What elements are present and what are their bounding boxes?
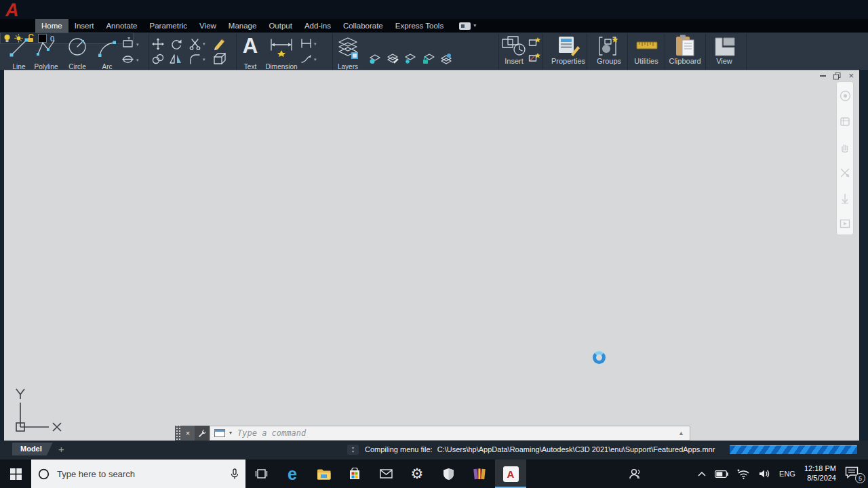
move-tool-icon[interactable] xyxy=(152,38,164,50)
dimension-style-icon[interactable] xyxy=(300,39,312,48)
insert-block-icon[interactable] xyxy=(501,35,527,57)
tab-home[interactable]: Home xyxy=(35,19,68,33)
ucs-icon xyxy=(9,385,66,436)
layer-match-tool-icon[interactable] xyxy=(387,53,399,64)
drawing-close-button[interactable]: × xyxy=(848,72,854,80)
tab-addins[interactable]: Add-ins xyxy=(298,19,337,33)
erase-tool-icon[interactable] xyxy=(213,37,226,51)
utilities-button-label: Utilities xyxy=(625,57,668,65)
tab-insert[interactable]: Insert xyxy=(68,19,100,33)
language-indicator[interactable]: ENG xyxy=(779,470,795,478)
ellipse-dropdown-caret-icon[interactable]: ▾ xyxy=(136,58,139,63)
arc-tool-icon[interactable] xyxy=(96,37,118,58)
taskbar-search-box[interactable] xyxy=(31,460,245,488)
autocad-app-logo-icon[interactable]: A xyxy=(5,0,19,20)
clock[interactable]: 12:18 PM 8/5/2024 xyxy=(804,464,836,483)
command-line-close-icon[interactable]: × xyxy=(181,426,195,441)
tab-express-tools[interactable]: Express Tools xyxy=(389,19,450,33)
layer-states-tool-icon[interactable] xyxy=(439,53,454,64)
ellipse-tool-icon[interactable] xyxy=(122,54,134,64)
action-center-button[interactable]: 5 xyxy=(845,466,863,481)
pan-tool-icon[interactable] xyxy=(840,117,850,127)
microsoft-store-icon[interactable] xyxy=(339,460,370,488)
command-input[interactable] xyxy=(236,428,674,439)
layer-off-tool-icon[interactable] xyxy=(369,53,382,64)
dimension-tool-icon[interactable] xyxy=(269,38,294,57)
wifi-icon[interactable] xyxy=(737,469,750,479)
model-tab[interactable]: Model xyxy=(12,443,53,455)
autocad-taskbar-icon[interactable]: A xyxy=(495,460,526,488)
rectangle-dropdown-caret-icon[interactable]: ▾ xyxy=(136,42,139,47)
showmotion-icon[interactable] xyxy=(840,219,850,228)
status-tray-expander[interactable]: ▾▾ xyxy=(347,445,359,455)
zoom-extents-icon[interactable] xyxy=(840,193,850,204)
winrar-icon[interactable] xyxy=(464,460,495,488)
command-history-up-icon[interactable]: ▲ xyxy=(678,430,686,436)
clipboard-paste-icon[interactable] xyxy=(674,35,696,58)
orbit-tool-icon[interactable] xyxy=(840,167,850,178)
tab-parametric[interactable]: Parametric xyxy=(144,19,194,33)
drawing-canvas[interactable]: × xyxy=(4,70,859,441)
cortana-icon xyxy=(38,468,50,480)
recent-commands-icon[interactable] xyxy=(214,429,225,437)
command-line-drag-grip[interactable] xyxy=(175,426,181,441)
edge-browser-icon[interactable]: e xyxy=(277,460,308,488)
layer-properties-icon[interactable] xyxy=(336,36,359,60)
mirror-tool-icon[interactable] xyxy=(170,54,182,64)
settings-gear-icon[interactable]: ⚙ xyxy=(401,460,433,488)
leader-tool-icon[interactable] xyxy=(300,54,312,64)
busy-spinner-cursor xyxy=(593,351,606,364)
hidden-icons-chevron-icon[interactable] xyxy=(698,472,706,476)
drawing-minimize-button[interactable] xyxy=(820,75,826,77)
tab-output[interactable]: Output xyxy=(262,19,298,33)
trim-tool-icon[interactable] xyxy=(189,38,201,50)
microphone-icon[interactable] xyxy=(231,468,239,480)
explode-tool-icon[interactable] xyxy=(213,53,226,65)
dimension-style-caret-icon[interactable]: ▾ xyxy=(314,41,317,47)
create-attribute-icon[interactable] xyxy=(528,37,540,47)
properties-palette-icon[interactable] xyxy=(556,35,580,57)
layer-freeze-tool-icon[interactable] xyxy=(404,53,417,64)
leader-caret-icon[interactable]: ▾ xyxy=(314,57,317,62)
mail-app-icon[interactable] xyxy=(370,460,401,488)
start-button[interactable] xyxy=(0,460,31,488)
text-tool-icon[interactable]: A xyxy=(239,34,262,58)
layer-lock-tool-icon[interactable] xyxy=(422,53,435,64)
edit-attribute-icon[interactable] xyxy=(528,52,540,63)
line-tool-icon[interactable] xyxy=(8,37,30,58)
rotate-tool-icon[interactable] xyxy=(170,38,182,50)
zoom-hand-icon[interactable] xyxy=(840,142,850,152)
tab-annotate[interactable]: Annotate xyxy=(100,19,143,33)
tab-manage[interactable]: Manage xyxy=(222,19,263,33)
rectangle-tool-icon[interactable] xyxy=(122,39,134,49)
tab-view[interactable]: View xyxy=(193,19,222,33)
copy-tool-icon[interactable] xyxy=(152,54,164,64)
people-icon[interactable] xyxy=(629,468,642,480)
measure-utilities-icon[interactable] xyxy=(636,39,658,52)
view-interface-icon[interactable] xyxy=(713,37,736,57)
polyline-tool-icon[interactable] xyxy=(35,37,57,58)
fillet-dropdown-caret-icon[interactable]: ▾ xyxy=(203,57,205,62)
tab-collaborate[interactable]: Collaborate xyxy=(337,19,389,33)
loading-progress-bar xyxy=(730,445,857,454)
ribbon-display-toggle[interactable]: ▾ xyxy=(459,19,476,33)
circle-tool-icon[interactable] xyxy=(66,36,88,58)
windows-defender-icon[interactable] xyxy=(433,460,464,488)
taskbar-search-input[interactable] xyxy=(56,468,224,480)
recent-commands-caret-icon[interactable]: ▾ xyxy=(229,430,232,436)
ribbon-panel-area: Line Polyline Circle Arc ▾ ▾ ▾ xyxy=(0,33,868,70)
new-layout-button[interactable]: + xyxy=(58,443,64,455)
command-line-customize-wrench-icon[interactable] xyxy=(195,426,210,441)
group-tool-icon[interactable] xyxy=(597,35,621,57)
arc-tool-label: Arc xyxy=(92,63,122,70)
navigation-wheel-icon[interactable] xyxy=(840,90,851,102)
system-tray: ENG 12:18 PM 8/5/2024 5 xyxy=(629,460,868,488)
battery-icon[interactable] xyxy=(715,470,728,478)
notification-count-badge: 5 xyxy=(855,473,865,483)
drawing-restore-button[interactable] xyxy=(833,73,841,80)
fillet-tool-icon[interactable] xyxy=(189,54,200,64)
task-view-button[interactable] xyxy=(245,460,277,488)
file-explorer-icon[interactable] xyxy=(308,460,339,488)
speaker-icon[interactable] xyxy=(759,469,770,479)
trim-dropdown-caret-icon[interactable]: ▾ xyxy=(203,41,205,47)
